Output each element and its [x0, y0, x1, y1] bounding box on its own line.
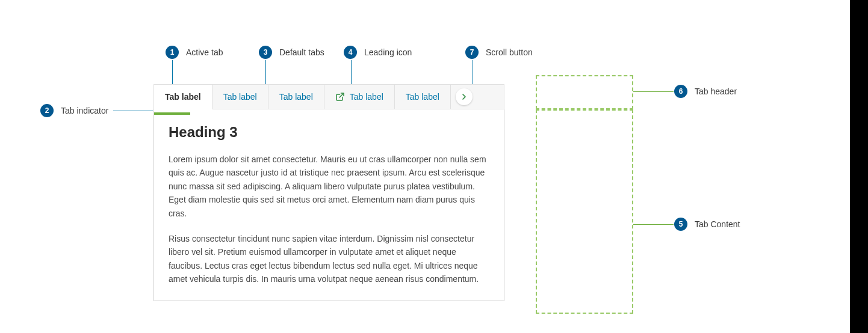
tab-indicator	[154, 112, 190, 115]
connector-3	[265, 60, 266, 84]
annotation-badge-6: 6	[674, 85, 687, 98]
tabs-component: Tab label Tab label Tab label Tab label …	[153, 84, 504, 301]
external-link-icon	[335, 92, 345, 102]
chevron-right-icon	[461, 91, 467, 102]
tab-default-1[interactable]: Tab label	[212, 85, 268, 109]
tab-default-2[interactable]: Tab label	[268, 85, 324, 109]
connector-1	[172, 60, 173, 84]
tab-label-0: Tab label	[165, 92, 201, 102]
annotation-label-2: Tab indicator	[61, 106, 108, 115]
annotation-tab-header: 6 Tab header	[674, 85, 737, 98]
annotation-default-tabs: 3 Default tabs	[259, 46, 324, 59]
tab-content: Heading 3 Lorem ipsum dolor sit amet con…	[153, 109, 504, 301]
dashed-tab-header-box	[536, 75, 633, 109]
annotation-tab-content: 5 Tab Content	[674, 218, 740, 231]
tab-label-2: Tab label	[279, 92, 313, 102]
content-paragraph-2: Risus consectetur tincidunt nunc sapien …	[169, 232, 489, 286]
tab-label-4: Tab label	[406, 92, 439, 102]
annotation-label-1: Active tab	[186, 47, 223, 57]
connector-4	[351, 60, 352, 84]
connector-2	[113, 111, 153, 111]
dashed-tab-content-box	[536, 109, 633, 314]
annotation-badge-1: 1	[166, 46, 179, 59]
content-paragraph-1: Lorem ipsum dolor sit amet consectetur. …	[169, 153, 489, 220]
content-heading: Heading 3	[169, 124, 489, 141]
annotation-badge-5: 5	[674, 218, 687, 231]
connector-5	[633, 224, 674, 225]
tab-header: Tab label Tab label Tab label Tab label …	[153, 84, 504, 109]
tab-with-icon[interactable]: Tab label	[324, 85, 395, 109]
right-black-sidebar	[850, 0, 868, 333]
annotation-badge-2: 2	[40, 104, 54, 117]
scroll-right-button[interactable]	[456, 88, 473, 105]
connector-6	[633, 91, 674, 92]
annotation-label-6: Tab header	[695, 87, 737, 96]
tab-label-1: Tab label	[223, 92, 257, 102]
annotation-badge-7: 7	[465, 46, 479, 59]
annotation-label-7: Scroll button	[486, 47, 533, 57]
annotation-badge-4: 4	[344, 46, 357, 59]
annotation-label-3: Default tabs	[279, 47, 324, 57]
tab-active[interactable]: Tab label	[153, 84, 212, 109]
annotation-leading-icon: 4 Leading icon	[344, 46, 412, 59]
annotation-active-tab: 1 Active tab	[166, 46, 223, 59]
annotation-label-4: Leading icon	[364, 47, 412, 57]
annotation-scroll-button: 7 Scroll button	[465, 46, 533, 59]
annotation-label-5: Tab Content	[695, 219, 740, 229]
tab-default-4[interactable]: Tab label	[395, 85, 451, 109]
tab-label-3: Tab label	[350, 92, 383, 102]
annotation-badge-3: 3	[259, 46, 272, 59]
annotation-tab-indicator: 2 Tab indicator	[40, 104, 108, 117]
connector-7	[473, 60, 473, 84]
